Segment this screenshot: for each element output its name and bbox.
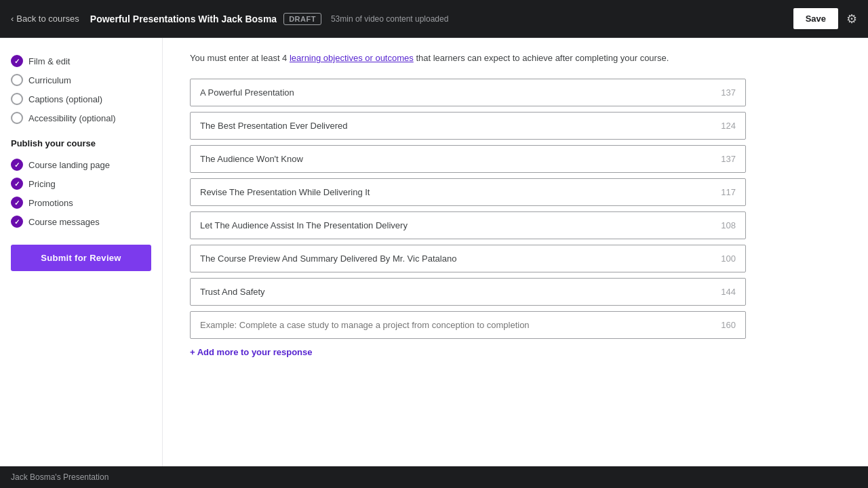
check-icon-promotions bbox=[11, 197, 23, 209]
learning-objectives-link[interactable]: learning objectives or outcomes bbox=[290, 53, 414, 63]
char-count-4: 117 bbox=[711, 179, 745, 205]
objective-input-6[interactable] bbox=[191, 245, 711, 272]
back-arrow-icon: ‹ bbox=[11, 14, 14, 24]
sidebar-item-captions[interactable]: Captions (optional) bbox=[11, 89, 151, 108]
sidebar-label-captions: Captions (optional) bbox=[28, 94, 102, 104]
info-text: You must enter at least 4 learning objec… bbox=[190, 52, 746, 65]
course-title: Powerful Presentations With Jack Bosma bbox=[90, 14, 277, 24]
submit-for-review-button[interactable]: Submit for Review bbox=[11, 245, 151, 271]
sidebar-label-pricing: Pricing bbox=[28, 179, 56, 189]
back-to-courses-link[interactable]: ‹ Back to courses bbox=[11, 14, 79, 24]
save-button[interactable]: Save bbox=[793, 8, 838, 29]
char-count-3: 137 bbox=[711, 146, 745, 172]
sidebar-label-film-edit: Film & edit bbox=[28, 56, 70, 66]
draft-badge: DRAFT bbox=[283, 13, 321, 25]
objective-row-6[interactable]: 100 bbox=[190, 245, 746, 272]
main-container: Film & edit Curriculum Captions (optiona… bbox=[0, 38, 868, 488]
sidebar-item-course-messages[interactable]: Course messages bbox=[11, 212, 151, 231]
sidebar-item-curriculum[interactable]: Curriculum bbox=[11, 70, 151, 89]
sidebar: Film & edit Curriculum Captions (optiona… bbox=[0, 38, 163, 488]
objective-input-1[interactable] bbox=[191, 79, 711, 106]
circle-icon-curriculum bbox=[11, 74, 23, 86]
sidebar-label-promotions: Promotions bbox=[28, 198, 73, 208]
objective-row-3[interactable]: 137 bbox=[190, 145, 746, 173]
sidebar-item-promotions[interactable]: Promotions bbox=[11, 193, 151, 212]
sidebar-item-film-edit[interactable]: Film & edit bbox=[11, 52, 151, 70]
objective-row-1[interactable]: 137 bbox=[190, 79, 746, 106]
status-bar: Jack Bosma's Presentation bbox=[0, 466, 868, 488]
check-icon-course-landing bbox=[11, 159, 23, 171]
video-info: 53min of video content uploaded bbox=[331, 14, 448, 24]
objective-row-2[interactable]: 124 bbox=[190, 112, 746, 140]
char-count-6: 100 bbox=[711, 245, 745, 272]
sidebar-item-accessibility[interactable]: Accessibility (optional) bbox=[11, 108, 151, 127]
back-to-courses-label: Back to courses bbox=[16, 14, 79, 24]
check-icon-film-edit bbox=[11, 55, 23, 67]
objective-input-4[interactable] bbox=[191, 179, 711, 205]
circle-icon-captions bbox=[11, 93, 23, 105]
objective-row-8[interactable]: 160 bbox=[190, 311, 746, 339]
gear-icon[interactable]: ⚙ bbox=[846, 12, 857, 26]
status-bar-text: Jack Bosma's Presentation bbox=[11, 472, 108, 482]
char-count-1: 137 bbox=[711, 79, 745, 106]
add-more-link[interactable]: + Add more to your response bbox=[190, 347, 746, 357]
char-count-7: 144 bbox=[711, 279, 745, 305]
sidebar-label-accessibility: Accessibility (optional) bbox=[28, 113, 116, 123]
info-text-after: that learners can expect to achieve afte… bbox=[414, 53, 669, 63]
check-icon-pricing bbox=[11, 178, 23, 190]
objective-input-7[interactable] bbox=[191, 279, 711, 305]
objective-row-7[interactable]: 144 bbox=[190, 278, 746, 306]
publish-section-title: Publish your course bbox=[11, 138, 151, 148]
content-inner: You must enter at least 4 learning objec… bbox=[163, 38, 773, 384]
content-area: You must enter at least 4 learning objec… bbox=[163, 38, 868, 488]
check-icon-course-messages bbox=[11, 216, 23, 228]
objective-input-3[interactable] bbox=[191, 146, 711, 172]
objective-input-5[interactable] bbox=[191, 212, 711, 239]
char-count-2: 124 bbox=[711, 113, 745, 139]
navbar: ‹ Back to courses Powerful Presentations… bbox=[0, 0, 868, 38]
sidebar-label-curriculum: Curriculum bbox=[28, 75, 71, 85]
circle-icon-accessibility bbox=[11, 112, 23, 124]
char-count-8: 160 bbox=[711, 312, 745, 338]
sidebar-label-course-landing: Course landing page bbox=[28, 160, 110, 170]
sidebar-label-course-messages: Course messages bbox=[28, 217, 100, 227]
sidebar-item-course-landing[interactable]: Course landing page bbox=[11, 155, 151, 174]
objective-row-4[interactable]: 117 bbox=[190, 178, 746, 206]
char-count-5: 108 bbox=[711, 212, 745, 239]
objective-input-2[interactable] bbox=[191, 113, 711, 139]
info-text-before: You must enter at least 4 bbox=[190, 53, 290, 63]
objective-row-5[interactable]: 108 bbox=[190, 211, 746, 239]
objective-input-8[interactable] bbox=[191, 312, 711, 338]
sidebar-item-pricing[interactable]: Pricing bbox=[11, 174, 151, 193]
